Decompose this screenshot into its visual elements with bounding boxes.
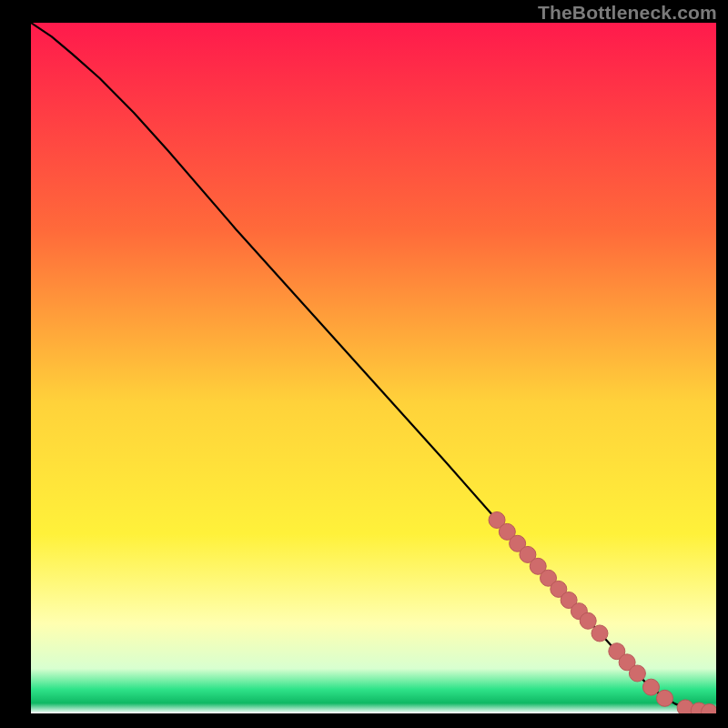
- data-marker: [592, 625, 608, 642]
- data-marker: [642, 679, 659, 695]
- data-marker: [629, 665, 645, 682]
- gradient-background: [31, 23, 716, 713]
- data-marker: [580, 612, 596, 629]
- chart-root: TheBottleneck.com: [0, 0, 728, 728]
- watermark-label: TheBottleneck.com: [538, 2, 717, 24]
- chart-canvas: [31, 23, 716, 713]
- data-marker: [657, 690, 673, 706]
